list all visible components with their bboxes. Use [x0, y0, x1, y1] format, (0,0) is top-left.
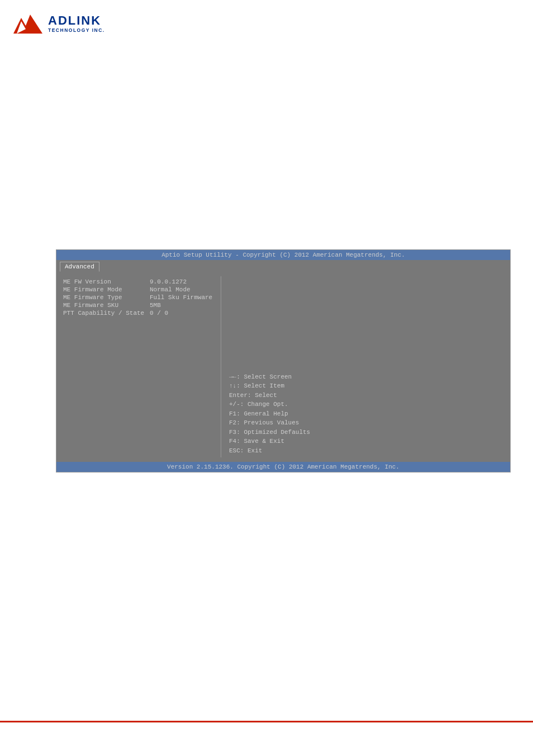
bottom-decorative-line — [0, 721, 533, 722]
bios-label-3: ME Firmware SKU — [63, 302, 150, 309]
help-line-0: →←: Select Screen — [229, 372, 503, 382]
logo: ADLINK TECHNOLOGY INC. — [13, 10, 105, 37]
bios-tab-advanced[interactable]: Advanced — [60, 262, 99, 272]
help-line-6: F3: Optimized Defaults — [229, 428, 503, 437]
bios-label-1: ME Firmware Mode — [63, 286, 150, 293]
help-line-1: ↑↓: Select Item — [229, 381, 503, 391]
adlink-logo-icon — [13, 10, 42, 37]
svg-marker-0 — [13, 15, 42, 34]
help-line-2: Enter: Select — [229, 391, 503, 400]
table-row: PTT Capability / State 0 / 0 — [63, 310, 213, 316]
help-line-8: ESC: Exit — [229, 446, 503, 456]
logo-text: ADLINK TECHNOLOGY INC. — [48, 15, 105, 33]
table-row: ME Firmware Mode Normal Mode — [63, 286, 213, 293]
logo-subtitle-label: TECHNOLOGY INC. — [48, 28, 105, 33]
bios-footer: Version 2.15.1236. Copyright (C) 2012 Am… — [56, 462, 510, 472]
bios-label-2: ME Firmware Type — [63, 294, 150, 301]
header: ADLINK TECHNOLOGY INC. — [0, 0, 533, 42]
bios-value-4: 0 / 0 — [150, 310, 168, 316]
bios-titlebar: Aptio Setup Utility - Copyright (C) 2012… — [56, 250, 510, 260]
bios-label-4: PTT Capability / State — [63, 310, 150, 316]
bios-menubar: Advanced — [56, 260, 510, 272]
bios-label-0: ME FW Version — [63, 278, 150, 285]
bios-value-1: Normal Mode — [150, 286, 191, 293]
bios-help-panel: →←: Select Screen ↑↓: Select Item Enter:… — [226, 276, 507, 457]
bios-panel-divider — [221, 276, 221, 457]
bios-settings-panel: ME FW Version 9.0.0.1272 ME Firmware Mod… — [60, 276, 216, 457]
help-line-5: F2: Previous Values — [229, 418, 503, 428]
help-line-3: +/-: Change Opt. — [229, 400, 503, 409]
logo-adlink-label: ADLINK — [48, 15, 105, 27]
bios-value-3: 5MB — [150, 302, 161, 309]
bios-body: ME FW Version 9.0.0.1272 ME Firmware Mod… — [56, 272, 510, 462]
table-row: ME Firmware Type Full Sku Firmware — [63, 294, 213, 301]
bios-title-text: Aptio Setup Utility - Copyright (C) 2012… — [161, 252, 405, 258]
bios-value-2: Full Sku Firmware — [150, 294, 212, 301]
bios-footer-text: Version 2.15.1236. Copyright (C) 2012 Am… — [167, 464, 399, 470]
table-row: ME Firmware SKU 5MB — [63, 302, 213, 309]
help-line-7: F4: Save & Exit — [229, 437, 503, 446]
help-line-4: F1: General Help — [229, 409, 503, 419]
bios-screen: Aptio Setup Utility - Copyright (C) 2012… — [56, 249, 511, 472]
table-row: ME FW Version 9.0.0.1272 — [63, 278, 213, 285]
bios-value-0: 9.0.0.1272 — [150, 278, 187, 285]
